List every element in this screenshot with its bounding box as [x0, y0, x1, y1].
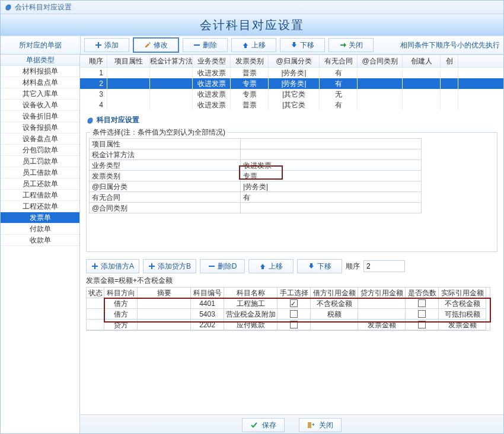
svg-rect-2	[308, 422, 311, 428]
condition-row[interactable]: 税金计算方法	[90, 149, 422, 160]
entries-grid-row[interactable]: 借方5403营业税金及附加税额可抵扣税额	[87, 309, 490, 320]
checkbox-icon	[418, 310, 426, 318]
sidebar-item[interactable]: 材料盘点单	[1, 77, 79, 88]
body: 单据类型 材料报损单材料盘点单其它入库单设备收入单设备折旧单设备报损单设备盘点单…	[1, 55, 503, 434]
arrow-down-icon	[291, 42, 298, 49]
condition-row[interactable]: 有无合同有	[90, 192, 422, 203]
svg-rect-0	[194, 44, 200, 46]
window-title: 会计科目对应设置	[15, 2, 72, 12]
formula-text: 发票金额=税额+不含税金额	[86, 276, 497, 286]
sidebar-item[interactable]: 设备报损单	[1, 122, 79, 133]
detail-title: 科目对应设置	[86, 115, 497, 125]
edit-icon	[144, 42, 151, 49]
app-icon	[4, 3, 12, 11]
sidebar-item[interactable]: 设备收入单	[1, 100, 79, 111]
arrow-up-icon	[259, 263, 266, 270]
minus-icon	[208, 263, 215, 270]
seq-input[interactable]	[363, 260, 405, 272]
sidebar-item[interactable]: 发票单	[1, 212, 79, 224]
entry-move-up-button[interactable]: 上移	[248, 259, 294, 273]
arrow-up-icon	[242, 42, 249, 49]
sidebar-item[interactable]: 付款单	[1, 224, 79, 235]
window: 会计科目对应设置 会计科目对应设置 所对应的单据 添加 修改 删除 上移	[0, 0, 504, 434]
checkbox-icon	[290, 310, 298, 318]
entries-grid-row[interactable]: 借方4401工程施工不含税金额不含税金额	[87, 298, 490, 309]
sidebar-item[interactable]: 工程还款单	[1, 201, 79, 212]
edit-button[interactable]: 修改	[133, 37, 179, 53]
save-button[interactable]: 保存	[242, 418, 285, 432]
condition-row[interactable]: 项目属性	[90, 139, 422, 149]
condition-row[interactable]: 业务类型收进发票	[90, 160, 422, 171]
rules-grid-header: 顺序 项目属性 税金计算方法 业务类型 发票类别 @归属分类 有无合同 @合同类…	[80, 55, 503, 68]
checkbox-icon	[418, 321, 426, 328]
header-row: 所对应的单据 添加 修改 删除 上移 下移	[1, 36, 503, 55]
toolbar-note: 相同条件下顺序号小的优先执行	[400, 40, 500, 50]
rules-grid-row[interactable]: 1收进发票普票|劳务类|有	[80, 68, 503, 78]
sidebar-item[interactable]: 设备盘点单	[1, 133, 79, 145]
banner-title: 会计科目对应设置	[200, 17, 304, 33]
rules-grid-row[interactable]: 2收进发票专票|劳务类|有	[80, 78, 503, 89]
toolbar: 添加 修改 删除 上移 下移 关闭 相同条件下顺序号小的优先执行	[81, 36, 503, 54]
entry-move-down-button[interactable]: 下移	[297, 259, 342, 273]
check-icon	[250, 421, 259, 429]
main: 顺序 项目属性 税金计算方法 业务类型 发票类别 @归属分类 有无合同 @合同类…	[80, 55, 503, 434]
rules-grid-row[interactable]: 3收进发票专票|其它类无	[80, 89, 503, 100]
close-icon	[339, 42, 346, 49]
checkbox-icon	[290, 321, 298, 328]
sidebar-item[interactable]: 收款单	[1, 235, 79, 246]
plus-icon	[95, 42, 102, 49]
add-credit-button[interactable]: 添加贷方B	[143, 259, 196, 273]
checkbox-icon	[290, 299, 298, 307]
rules-grid-row[interactable]: 4收进发票普票|其它类有	[80, 100, 503, 110]
entries-grid-row[interactable]: 贷方2202应付账款发票金额发票金额	[87, 320, 490, 330]
arrow-down-icon	[308, 263, 315, 270]
condition-row[interactable]: @归属分类|劳务类|	[90, 181, 422, 192]
delete-entry-button[interactable]: 删除D	[200, 259, 245, 273]
move-down-button[interactable]: 下移	[280, 38, 325, 52]
rules-grid[interactable]: 顺序 项目属性 税金计算方法 业务类型 发票类别 @归属分类 有无合同 @合同类…	[80, 55, 503, 111]
sidebar-item[interactable]: 员工借款单	[1, 167, 79, 178]
condition-row[interactable]: 发票类别专票	[90, 171, 422, 181]
add-debit-button[interactable]: 添加借方A	[86, 259, 139, 273]
minus-icon	[193, 42, 200, 49]
close-button[interactable]: 关闭	[328, 38, 374, 52]
sidebar-item[interactable]: 设备折旧单	[1, 111, 79, 122]
condition-fieldset: 条件选择(注：条件值为空则认为全部情况) 项目属性税金计算方法业务类型收进发票发…	[86, 132, 497, 252]
condition-table[interactable]: 项目属性税金计算方法业务类型收进发票发票类别专票@归属分类|劳务类|有无合同有@…	[89, 138, 422, 213]
sidebar-item[interactable]: 分包罚款单	[1, 145, 79, 156]
plus-icon	[91, 263, 98, 270]
entries-grid[interactable]: 状态 科目方向 摘要 科目编号 科目名称 手工选择 借方引用金额 贷方引用金额 …	[86, 287, 490, 331]
checkbox-icon	[418, 299, 426, 307]
condition-row[interactable]: @合同类别	[90, 203, 422, 213]
sidebar-item[interactable]: 员工还款单	[1, 178, 79, 190]
sidebar-item[interactable]: 材料报损单	[1, 66, 79, 77]
close-detail-button[interactable]: 关闭	[299, 418, 342, 432]
fieldset-legend: 条件选择(注：条件值为空则认为全部情况)	[90, 127, 228, 138]
window-titlebar: 会计科目对应设置	[1, 1, 503, 14]
add-button[interactable]: 添加	[84, 38, 129, 52]
move-up-button[interactable]: 上移	[231, 38, 276, 52]
sidebar-heading: 所对应的单据	[1, 36, 81, 54]
delete-button[interactable]: 删除	[183, 38, 228, 52]
entry-toolbar: 添加借方A 添加贷方B 删除D 上移	[86, 259, 497, 273]
plus-icon	[148, 263, 155, 270]
detail-panel: 科目对应设置 条件选择(注：条件值为空则认为全部情况) 项目属性税金计算方法业务…	[80, 110, 503, 434]
sidebar-item[interactable]: 其它入库单	[1, 88, 79, 100]
svg-rect-1	[209, 266, 215, 267]
app-icon	[86, 116, 94, 125]
sidebar-column-header: 单据类型	[1, 55, 79, 66]
seq-label: 顺序	[346, 261, 360, 272]
sidebar-item[interactable]: 工程借款单	[1, 190, 79, 201]
sidebar: 单据类型 材料报损单材料盘点单其它入库单设备收入单设备折旧单设备报损单设备盘点单…	[1, 55, 80, 434]
banner: 会计科目对应设置	[1, 14, 503, 36]
door-icon	[307, 421, 315, 429]
sidebar-item[interactable]: 员工罚款单	[1, 156, 79, 167]
entries-grid-header: 状态 科目方向 摘要 科目编号 科目名称 手工选择 借方引用金额 贷方引用金额 …	[87, 288, 490, 298]
detail-footer: 保存 关闭	[80, 414, 503, 434]
